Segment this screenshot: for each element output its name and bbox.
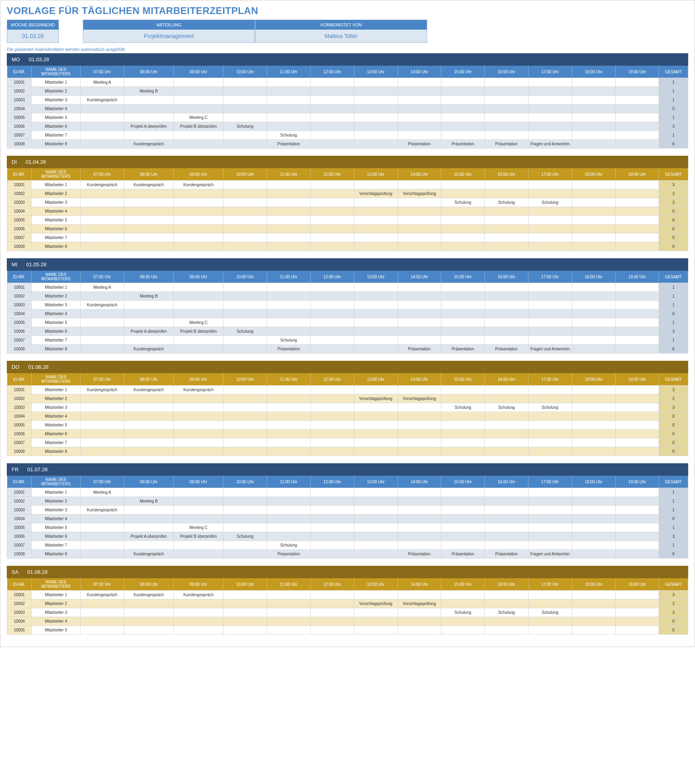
cell-name[interactable]: Mitarbeiter 8 — [32, 140, 80, 149]
card-dept-value[interactable]: Projektmanagement — [83, 30, 255, 42]
cell-hour[interactable] — [615, 626, 659, 635]
cell-hour[interactable] — [310, 626, 354, 635]
card-week-value[interactable]: 01.03.28 — [7, 30, 58, 42]
cell-hour[interactable] — [267, 447, 311, 456]
cell-hour[interactable] — [398, 181, 441, 189]
cell-hour[interactable] — [572, 430, 615, 438]
cell-hour[interactable] — [310, 189, 354, 198]
cell-hour[interactable] — [174, 438, 223, 447]
cell-hour[interactable]: Vorschlagsprüfung — [354, 189, 398, 198]
cell-hour[interactable] — [615, 345, 659, 354]
cell-name[interactable]: Mitarbeiter 1 — [32, 591, 80, 599]
cell-hour[interactable]: Meeting A — [80, 283, 124, 292]
cell-hour[interactable] — [80, 430, 124, 438]
cell-hour[interactable] — [485, 96, 528, 105]
cell-hour[interactable] — [223, 386, 267, 394]
cell-hour[interactable] — [354, 515, 398, 523]
cell-hour[interactable] — [310, 550, 354, 559]
cell-id[interactable]: 10002 — [7, 497, 32, 506]
cell-hour[interactable] — [615, 430, 659, 438]
cell-hour[interactable] — [615, 301, 659, 310]
cell-hour[interactable] — [223, 225, 267, 233]
cell-hour[interactable] — [354, 608, 398, 617]
cell-hour[interactable] — [485, 591, 528, 599]
cell-hour[interactable] — [354, 318, 398, 327]
cell-hour[interactable] — [80, 198, 124, 207]
cell-hour[interactable] — [528, 283, 572, 292]
cell-name[interactable]: Mitarbeiter 1 — [32, 488, 80, 497]
cell-hour[interactable] — [223, 96, 267, 105]
cell-hour[interactable] — [80, 318, 124, 327]
cell-id[interactable]: 10004 — [7, 412, 32, 421]
cell-hour[interactable] — [223, 617, 267, 626]
cell-hour[interactable] — [174, 292, 223, 301]
cell-hour[interactable] — [528, 430, 572, 438]
cell-hour[interactable] — [310, 233, 354, 242]
cell-hour[interactable] — [354, 216, 398, 225]
cell-hour[interactable] — [572, 488, 615, 497]
cell-hour[interactable] — [441, 515, 485, 523]
cell-hour[interactable] — [485, 242, 528, 251]
cell-hour[interactable] — [223, 216, 267, 225]
cell-name[interactable]: Mitarbeiter 5 — [32, 421, 80, 430]
cell-name[interactable]: Mitarbeiter 6 — [32, 430, 80, 438]
cell-id[interactable]: 10005 — [7, 626, 32, 635]
cell-hour[interactable] — [124, 207, 174, 216]
cell-hour[interactable] — [528, 242, 572, 251]
cell-hour[interactable] — [80, 292, 124, 301]
cell-hour[interactable] — [267, 292, 311, 301]
cell-hour[interactable] — [223, 497, 267, 506]
cell-hour[interactable] — [398, 242, 441, 251]
cell-hour[interactable]: Vorschlagsprüfung — [398, 189, 441, 198]
cell-hour[interactable] — [441, 506, 485, 515]
cell-hour[interactable] — [528, 394, 572, 403]
cell-hour[interactable] — [267, 438, 311, 447]
cell-hour[interactable]: Meeting B — [124, 497, 174, 506]
cell-hour[interactable] — [572, 608, 615, 617]
cell-hour[interactable] — [223, 78, 267, 87]
cell-hour[interactable]: Meeting A — [80, 78, 124, 87]
cell-hour[interactable] — [174, 430, 223, 438]
cell-hour[interactable] — [572, 181, 615, 189]
cell-id[interactable]: 10004 — [7, 515, 32, 523]
cell-hour[interactable] — [80, 541, 124, 550]
cell-hour[interactable] — [398, 506, 441, 515]
cell-name[interactable]: Mitarbeiter 6 — [32, 122, 80, 131]
cell-hour[interactable] — [615, 310, 659, 318]
cell-hour[interactable] — [572, 532, 615, 541]
cell-hour[interactable] — [80, 515, 124, 523]
cell-hour[interactable] — [310, 327, 354, 336]
cell-hour[interactable] — [354, 550, 398, 559]
cell-hour[interactable] — [223, 541, 267, 550]
cell-hour[interactable] — [267, 327, 311, 336]
cell-hour[interactable] — [572, 412, 615, 421]
cell-hour[interactable] — [174, 225, 223, 233]
cell-hour[interactable]: Projekt A überprüfen — [124, 327, 174, 336]
cell-hour[interactable] — [124, 403, 174, 412]
cell-hour[interactable] — [398, 96, 441, 105]
cell-hour[interactable] — [615, 447, 659, 456]
cell-hour[interactable]: Schulung — [223, 327, 267, 336]
cell-hour[interactable] — [528, 386, 572, 394]
cell-hour[interactable] — [310, 336, 354, 345]
cell-hour[interactable] — [572, 189, 615, 198]
cell-hour[interactable] — [528, 421, 572, 430]
cell-hour[interactable] — [354, 78, 398, 87]
cell-hour[interactable] — [310, 216, 354, 225]
cell-hour[interactable] — [572, 550, 615, 559]
cell-hour[interactable] — [174, 515, 223, 523]
cell-id[interactable]: 10003 — [7, 96, 32, 105]
cell-hour[interactable] — [174, 497, 223, 506]
cell-name[interactable]: Mitarbeiter 3 — [32, 301, 80, 310]
cell-hour[interactable] — [615, 336, 659, 345]
cell-hour[interactable] — [267, 122, 311, 131]
cell-hour[interactable] — [174, 198, 223, 207]
cell-hour[interactable]: Kundengespräch — [124, 140, 174, 149]
cell-hour[interactable] — [310, 421, 354, 430]
cell-hour[interactable] — [572, 626, 615, 635]
cell-hour[interactable] — [528, 96, 572, 105]
cell-hour[interactable] — [615, 403, 659, 412]
cell-hour[interactable] — [354, 301, 398, 310]
cell-hour[interactable] — [441, 96, 485, 105]
cell-hour[interactable] — [354, 506, 398, 515]
